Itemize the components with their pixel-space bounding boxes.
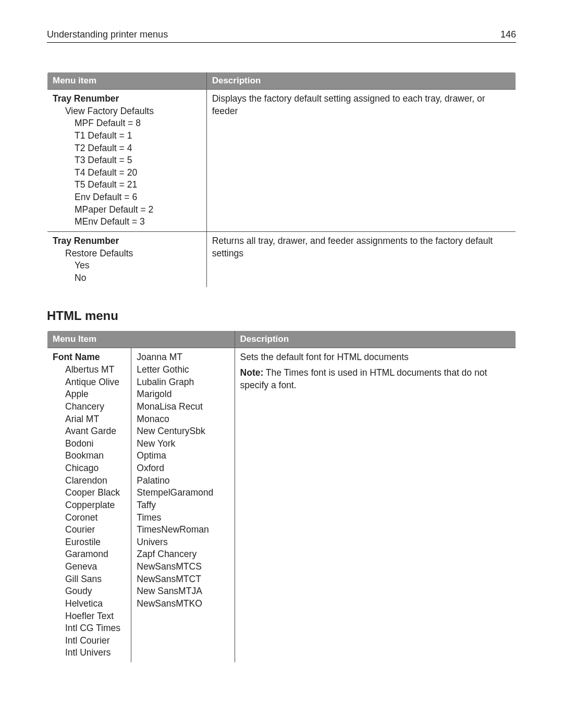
font-option: Geneva bbox=[53, 561, 126, 573]
font-option: Copperplate bbox=[53, 499, 126, 512]
font-option: Arial MT bbox=[53, 413, 126, 426]
html-menu-table: Menu Item Description Font NameAlbertus … bbox=[47, 330, 516, 663]
font-option: Apple Chancery bbox=[53, 388, 126, 413]
font-name-title: Font Name bbox=[53, 351, 126, 364]
font-option: NewSansMTCT bbox=[137, 573, 229, 586]
font-option: Lubalin Graph bbox=[137, 376, 229, 389]
font-option: Optima bbox=[137, 450, 229, 462]
font-option: Intl Univers bbox=[53, 647, 126, 659]
font-option: Coronet bbox=[53, 512, 126, 524]
font-option: Oxford bbox=[137, 462, 229, 475]
description-cell: Returns all tray, drawer, and feeder ass… bbox=[206, 231, 516, 288]
font-option: Eurostile bbox=[53, 536, 126, 549]
menu-item-cell: Tray RenumberRestore DefaultsYesNo bbox=[47, 231, 207, 288]
note-text: The Times font is used in HTML documents… bbox=[240, 367, 487, 390]
font-option: NewSansMTCS bbox=[137, 561, 229, 573]
menu-item-option: T4 Default = 20 bbox=[53, 167, 201, 179]
font-option: New SansMTJA bbox=[137, 585, 229, 598]
font-option: Bodoni bbox=[53, 438, 126, 450]
font-option: Goudy bbox=[53, 585, 126, 598]
font-list-col2: Joanna MTLetter GothicLubalin GraphMarig… bbox=[131, 348, 234, 662]
font-option: TimesNewRoman bbox=[137, 524, 229, 536]
menu-item-title: Tray Renumber bbox=[53, 93, 201, 105]
font-option: Joanna MT bbox=[137, 351, 229, 364]
font-option: New CenturySbk bbox=[137, 425, 229, 438]
table1-header-description: Description bbox=[206, 72, 516, 90]
menu-item-option: T2 Default = 4 bbox=[53, 142, 201, 155]
menu-item-title: Tray Renumber bbox=[53, 235, 201, 248]
html-menu-heading: HTML menu bbox=[47, 309, 516, 323]
font-option: MonaLisa Recut bbox=[137, 401, 229, 413]
font-option: Cooper Black bbox=[53, 487, 126, 499]
page-number: 146 bbox=[500, 29, 516, 40]
menu-item-option: T3 Default = 5 bbox=[53, 154, 201, 167]
menu-item-option: T1 Default = 1 bbox=[53, 130, 201, 142]
font-option: Bookman bbox=[53, 450, 126, 462]
font-option: Univers bbox=[137, 536, 229, 549]
menu-item-option: T5 Default = 21 bbox=[53, 179, 201, 191]
table2-header-menu-item: Menu Item bbox=[47, 331, 235, 348]
menu-item-option: No bbox=[53, 272, 201, 285]
running-header: Understanding printer menus 146 bbox=[47, 29, 516, 43]
menu-item-option: Env Default = 6 bbox=[53, 191, 201, 204]
description-cell: Displays the factory default setting ass… bbox=[206, 90, 516, 232]
font-option: Courier bbox=[53, 524, 126, 536]
font-option: Zapf Chancery bbox=[137, 548, 229, 561]
font-option: Monaco bbox=[137, 413, 229, 426]
font-option: Marigold bbox=[137, 388, 229, 401]
font-option: Garamond bbox=[53, 548, 126, 561]
menu-item-subtitle: View Factory Defaults bbox=[53, 105, 201, 118]
font-option: Intl CG Times bbox=[53, 622, 126, 635]
desc-line: Sets the default font for HTML documents bbox=[240, 351, 510, 364]
font-name-description: Sets the default font for HTML documents… bbox=[235, 348, 516, 663]
font-option: Avant Garde bbox=[53, 425, 126, 438]
font-option: Albertus MT bbox=[53, 364, 126, 376]
tray-renumber-table: Menu item Description Tray RenumberView … bbox=[47, 72, 516, 288]
font-option: Gill Sans bbox=[53, 573, 126, 586]
font-option: Antique Olive bbox=[53, 376, 126, 389]
font-option: Hoefler Text bbox=[53, 610, 126, 623]
menu-item-subtitle: Restore Defaults bbox=[53, 248, 201, 260]
menu-item-option: MPaper Default = 2 bbox=[53, 204, 201, 216]
menu-item-option: MPF Default = 8 bbox=[53, 117, 201, 130]
header-title: Understanding printer menus bbox=[47, 29, 168, 40]
font-option: Intl Courier bbox=[53, 635, 126, 647]
font-list-col1: Font NameAlbertus MTAntique OliveApple C… bbox=[47, 348, 131, 662]
menu-item-option: MEnv Default = 3 bbox=[53, 216, 201, 228]
table1-header-menu-item: Menu item bbox=[47, 72, 207, 90]
note-label: Note: bbox=[240, 367, 264, 378]
font-option: Letter Gothic bbox=[137, 364, 229, 376]
font-option: Helvetica bbox=[53, 598, 126, 610]
table-row: Font NameAlbertus MTAntique OliveApple C… bbox=[47, 348, 516, 663]
table2-header-description: Description bbox=[235, 331, 516, 348]
table-row: Tray RenumberRestore DefaultsYesNoReturn… bbox=[47, 231, 516, 288]
font-option: Taffy bbox=[137, 499, 229, 512]
table-row: Tray RenumberView Factory DefaultsMPF De… bbox=[47, 90, 516, 232]
font-option: Chicago bbox=[53, 462, 126, 475]
font-option: New York bbox=[137, 438, 229, 450]
font-option: Palatino bbox=[137, 475, 229, 487]
font-option: NewSansMTKO bbox=[137, 598, 229, 610]
menu-item-cell: Tray RenumberView Factory DefaultsMPF De… bbox=[47, 90, 207, 232]
font-option: Times bbox=[137, 512, 229, 524]
font-option: Clarendon bbox=[53, 475, 126, 487]
menu-item-option: Yes bbox=[53, 260, 201, 272]
font-option: StempelGaramond bbox=[137, 487, 229, 499]
desc-note: Note: The Times font is used in HTML doc… bbox=[240, 367, 510, 391]
